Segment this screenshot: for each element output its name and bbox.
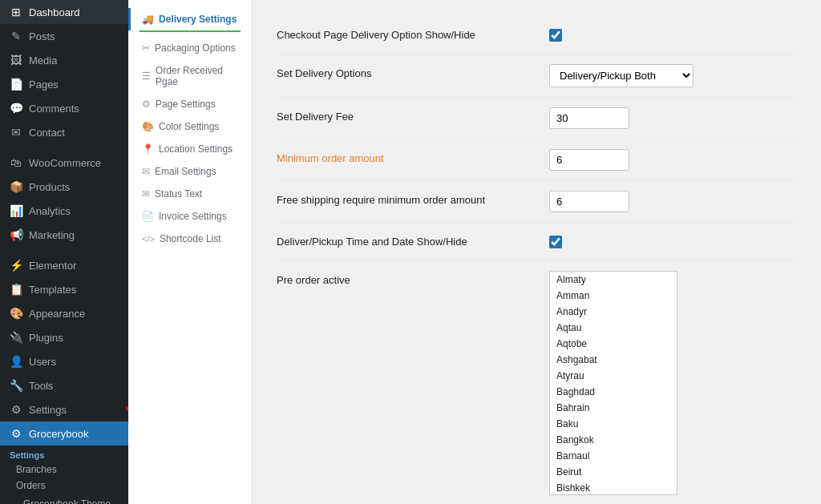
sidebar-item-settings[interactable]: ⚙ Settings ↙ xyxy=(0,397,128,421)
sidebar-item-plugins[interactable]: 🔌 Plugins xyxy=(0,325,128,349)
analytics-icon: 📊 xyxy=(10,204,22,217)
sidebar-item-marketing[interactable]: 📢 Marketing xyxy=(0,223,128,247)
settings-table: Checkout Page Delivery Option Show/Hide … xyxy=(277,16,797,504)
sidebar-item-contact[interactable]: ✉ Contact xyxy=(0,120,128,144)
row-pre-order-active: Pre order active Almaty Amman Anadyr Aqt… xyxy=(277,261,797,504)
tz-baku[interactable]: Baku xyxy=(550,416,677,432)
tz-baghdad[interactable]: Baghdad xyxy=(550,384,677,400)
settings-icon: ⚙ xyxy=(10,403,22,416)
sub-sidebar-color-settings[interactable]: 🎨 Color Settings xyxy=(128,115,252,138)
checkout-delivery-control xyxy=(549,26,797,44)
tz-almaty[interactable]: Almaty xyxy=(550,272,677,288)
tz-bangkok[interactable]: Bangkok xyxy=(550,432,677,448)
sidebar-item-users[interactable]: 👤 Users xyxy=(0,349,128,373)
free-shipping-input[interactable] xyxy=(549,191,629,212)
min-order-label: Minimum order amount xyxy=(277,149,549,164)
row-deliver-pickup-time: Deliver/Pickup Time and Date Show/Hide xyxy=(277,223,797,261)
tz-aqtobe[interactable]: Aqtobe xyxy=(550,336,677,352)
sidebar-item-products[interactable]: 📦 Products xyxy=(0,175,128,199)
sub-sidebar-order-received[interactable]: ☰ Order Received Pgae xyxy=(128,59,252,93)
sidebar-item-dashboard[interactable]: ⊞ Dashboard xyxy=(0,0,128,24)
users-icon: 👤 xyxy=(10,355,22,368)
templates-icon: 📋 xyxy=(10,283,22,296)
tz-ashgabat[interactable]: Ashgabat xyxy=(550,352,677,368)
sub-sidebar-delivery-settings[interactable]: 🚚 Delivery Settings xyxy=(128,8,252,30)
sub-sidebar-email-settings[interactable]: ✉ Email Settings xyxy=(128,160,252,183)
settings-red-arrow: ↙ xyxy=(124,399,128,414)
min-order-control xyxy=(549,149,797,171)
posts-icon: ✎ xyxy=(10,30,22,42)
deliver-pickup-checkbox[interactable] xyxy=(549,236,562,248)
tz-barnaul[interactable]: Barnaul xyxy=(550,448,677,464)
color-settings-icon: 🎨 xyxy=(142,121,154,132)
free-shipping-control xyxy=(549,191,797,212)
delivery-fee-input[interactable] xyxy=(549,107,629,129)
sidebar-branches[interactable]: Branches xyxy=(0,462,128,478)
tz-bishkek[interactable]: Bishkek xyxy=(550,480,677,495)
sidebar-item-templates[interactable]: 📋 Templates xyxy=(0,277,128,301)
free-shipping-label: Free shipping require minimum order amou… xyxy=(277,191,549,206)
location-settings-icon: 📍 xyxy=(142,143,154,155)
status-text-icon: ✉ xyxy=(142,188,150,200)
sub-sidebar-invoice-settings[interactable]: 📄 Invoice Settings xyxy=(128,205,252,228)
checkout-delivery-checkbox[interactable] xyxy=(549,29,562,42)
main-sidebar: ⊞ Dashboard ✎ Posts 🖼 Media 📄 Pages 💬 Co… xyxy=(0,0,128,504)
packaging-icon: ✂ xyxy=(142,42,150,54)
email-settings-icon: ✉ xyxy=(142,166,150,177)
sub-sidebar-page-settings[interactable]: ⚙ Page Settings xyxy=(128,93,252,115)
tz-bahrain[interactable]: Bahrain xyxy=(550,400,677,416)
tz-anadyr[interactable]: Anadyr xyxy=(550,304,677,320)
tz-atyrau[interactable]: Atyrau xyxy=(550,368,677,384)
sidebar-item-analytics[interactable]: 📊 Analytics xyxy=(0,199,128,223)
sub-sidebar-packaging[interactable]: ✂ Packaging Options xyxy=(128,37,252,59)
sidebar-theme-options[interactable]: ⚙ Grocerybook Theme Options xyxy=(0,494,128,504)
dashboard-icon: ⊞ xyxy=(10,6,22,18)
sidebar-item-elementor[interactable]: ⚡ Elementor xyxy=(0,253,128,277)
set-delivery-options-label: Set Delivery Options xyxy=(277,64,549,79)
row-free-shipping: Free shipping require minimum order amou… xyxy=(277,181,797,223)
set-delivery-fee-label: Set Delivery Fee xyxy=(277,107,549,123)
delivery-options-select[interactable]: Delivery/Pickup Both Delivery Only Picku… xyxy=(549,64,694,87)
pre-order-active-control: Almaty Amman Anadyr Aqtau Aqtobe Ashgaba… xyxy=(549,271,797,495)
products-icon: 📦 xyxy=(10,180,22,193)
sidebar-item-tools[interactable]: 🔧 Tools xyxy=(0,373,128,397)
sidebar-item-grocerybook[interactable]: ⚙ Grocerybook xyxy=(0,421,128,446)
media-icon: 🖼 xyxy=(10,54,22,67)
sub-sidebar: 🚚 Delivery Settings ✂ Packaging Options … xyxy=(128,0,253,504)
sidebar-item-appearance[interactable]: 🎨 Appearance xyxy=(0,301,128,325)
shortcode-icon: </> xyxy=(142,234,155,244)
sub-sidebar-shortcode-list[interactable]: </> Shortcode List xyxy=(128,228,252,250)
main-content: Checkout Page Delivery Option Show/Hide … xyxy=(253,0,821,504)
pages-icon: 📄 xyxy=(10,78,22,91)
sub-sidebar-divider xyxy=(140,30,241,32)
delivery-settings-icon: 🚚 xyxy=(142,14,154,25)
invoice-settings-icon: 📄 xyxy=(142,211,154,222)
set-delivery-options-control: Delivery/Pickup Both Delivery Only Picku… xyxy=(549,64,797,87)
grocerybook-icon: ⚙ xyxy=(10,427,22,440)
sidebar-item-comments[interactable]: 💬 Comments xyxy=(0,96,128,120)
page-settings-icon: ⚙ xyxy=(142,99,151,110)
deliver-pickup-control xyxy=(549,232,797,251)
tz-beirut[interactable]: Beirut xyxy=(550,464,677,480)
appearance-icon: 🎨 xyxy=(10,307,22,320)
woocommerce-icon: 🛍 xyxy=(10,156,22,169)
sub-sidebar-location-settings[interactable]: 📍 Location Settings xyxy=(128,138,252,160)
timezone-list[interactable]: Almaty Amman Anadyr Aqtau Aqtobe Ashgaba… xyxy=(549,271,677,495)
row-min-order-amount: Minimum order amount xyxy=(277,139,797,181)
row-set-delivery-options: Set Delivery Options Delivery/Pickup Bot… xyxy=(277,54,797,98)
tz-aqtau[interactable]: Aqtau xyxy=(550,320,677,336)
tz-amman[interactable]: Amman xyxy=(550,288,677,304)
sidebar-item-media[interactable]: 🖼 Media xyxy=(0,48,128,72)
sidebar-orders[interactable]: Orders xyxy=(0,478,128,494)
row-checkout-delivery: Checkout Page Delivery Option Show/Hide xyxy=(277,16,797,54)
tools-icon: 🔧 xyxy=(10,379,22,392)
sidebar-item-woocommerce[interactable]: 🛍 WooCommerce xyxy=(0,151,128,175)
comments-icon: 💬 xyxy=(10,102,22,115)
contact-icon: ✉ xyxy=(10,126,22,139)
marketing-icon: 📢 xyxy=(10,228,22,241)
sub-sidebar-status-text[interactable]: ✉ Status Text xyxy=(128,183,252,205)
sidebar-item-pages[interactable]: 📄 Pages xyxy=(0,72,128,96)
row-set-delivery-fee: Set Delivery Fee xyxy=(277,98,797,139)
sidebar-item-posts[interactable]: ✎ Posts xyxy=(0,24,128,48)
min-order-input[interactable] xyxy=(549,149,629,171)
